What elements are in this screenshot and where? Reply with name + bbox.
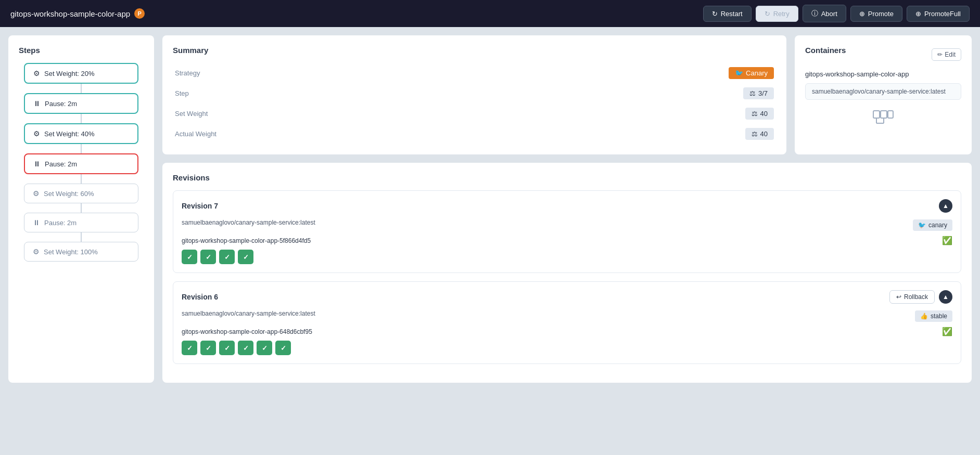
retry-icon: ↻ bbox=[765, 10, 770, 18]
set-weight-value-cell: ⚖ 40 bbox=[235, 103, 776, 124]
containers-app-name: gitops-workshop-sample-color-app bbox=[805, 70, 961, 78]
retry-label: Retry bbox=[773, 10, 790, 18]
summary-title: Summary bbox=[173, 46, 776, 55]
revision-6-card: Revision 6 ↩ Rollback ▲ samuelbaenaglovo… bbox=[173, 281, 961, 364]
restart-label: Restart bbox=[721, 10, 743, 18]
rollback-icon: ↩ bbox=[896, 293, 901, 301]
revision-6-checks: ✓ ✓ ✓ ✓ ✓ ✓ bbox=[182, 341, 952, 355]
check-badge-1: ✓ bbox=[200, 250, 216, 264]
revisions-panel: Revisions Revision 7 ▲ samuelbaenaglovo/… bbox=[162, 163, 972, 383]
revision-6-header: Revision 6 ↩ Rollback ▲ bbox=[182, 290, 952, 304]
restart-icon: ↻ bbox=[712, 10, 718, 18]
status-badge: P bbox=[134, 8, 145, 19]
revision-6-image: samuelbaenaglovo/canary-sample-service:l… bbox=[182, 310, 315, 317]
revision-6-stable-badge: 👍 stable bbox=[915, 310, 952, 322]
revision-6-commit: gitops-workshop-sample-color-app-648d6cb… bbox=[182, 328, 312, 335]
check-badge-2: ✓ bbox=[219, 250, 235, 264]
revision-7-check-success: ✅ bbox=[942, 236, 952, 245]
step-set-weight-60: ⚙ Set Weight: 60% bbox=[24, 184, 138, 203]
retry-button[interactable]: ↻ Retry bbox=[756, 6, 798, 22]
actual-weight-value-cell: ⚖ 40 bbox=[235, 124, 776, 144]
revision-6-actions: ↩ Rollback ▲ bbox=[889, 290, 952, 304]
abort-label: Abort bbox=[821, 10, 837, 18]
check-badge-6-3: ✓ bbox=[238, 341, 253, 355]
summary-row-set-weight: Set Weight ⚖ 40 bbox=[173, 103, 776, 124]
canary-badge: 🐦 Canary bbox=[729, 67, 774, 79]
step-icon-4: ⚙ bbox=[33, 189, 40, 198]
strategy-value-cell: 🐦 Canary bbox=[235, 63, 776, 83]
step-set-weight-100: ⚙ Set Weight: 100% bbox=[24, 242, 138, 262]
revision-7-chevron[interactable]: ▲ bbox=[939, 199, 952, 213]
containers-panel: Containers ✏ Edit gitops-workshop-sample… bbox=[795, 35, 972, 154]
step-label-3: Pause: 2m bbox=[45, 160, 77, 168]
revision-7-header: Revision 7 ▲ bbox=[182, 199, 952, 213]
right-content: Summary Strategy 🐦 Canary Step bbox=[162, 35, 972, 383]
containers-header: Containers ✏ Edit bbox=[805, 46, 961, 63]
step-icon-1: ⏸ bbox=[33, 99, 41, 108]
revision-6-check-success: ✅ bbox=[942, 327, 952, 336]
step-connector-4 bbox=[81, 203, 82, 213]
summary-table: Strategy 🐦 Canary Step ⚖ 3/7 bbox=[173, 63, 776, 144]
step-pause-2m-active: ⏸ Pause: 2m bbox=[24, 153, 138, 174]
check-badge-6-1: ✓ bbox=[200, 341, 216, 355]
check-badge-6-4: ✓ bbox=[257, 341, 272, 355]
svg-rect-1 bbox=[881, 111, 887, 118]
step-label-1: Pause: 2m bbox=[45, 100, 77, 108]
summary-panel: Summary Strategy 🐦 Canary Step bbox=[162, 35, 786, 154]
step-label-0: Set Weight: 20% bbox=[44, 70, 95, 77]
edit-icon: ✏ bbox=[937, 51, 943, 58]
main-content: Steps ⚙ Set Weight: 20% ⏸ Pause: 2m ⚙ Se… bbox=[0, 27, 980, 391]
set-weight-badge: ⚖ 40 bbox=[745, 108, 774, 120]
step-set-weight-20: ⚙ Set Weight: 20% bbox=[24, 63, 138, 84]
summary-row-actual-weight: Actual Weight ⚖ 40 bbox=[173, 124, 776, 144]
check-badge-6-0: ✓ bbox=[182, 341, 197, 355]
step-value-cell: ⚖ 3/7 bbox=[235, 83, 776, 103]
revision-6-commit-row: gitops-workshop-sample-color-app-648d6cb… bbox=[182, 327, 952, 336]
step-label-5: Pause: 2m bbox=[44, 219, 77, 227]
actual-weight-badge: ⚖ 40 bbox=[745, 128, 774, 140]
promote-full-button[interactable]: ⊕ PromoteFull bbox=[907, 6, 970, 22]
steps-panel: Steps ⚙ Set Weight: 20% ⏸ Pause: 2m ⚙ Se… bbox=[8, 35, 154, 383]
revision-6-chevron[interactable]: ▲ bbox=[939, 290, 952, 304]
revision-7-commit-row: gitops-workshop-sample-color-app-5f866d4… bbox=[182, 236, 952, 245]
step-label: Step bbox=[173, 83, 235, 103]
revision-7-title: Revision 7 bbox=[182, 202, 218, 210]
rollback-label: Rollback bbox=[904, 293, 928, 301]
top-row: Summary Strategy 🐦 Canary Step bbox=[162, 35, 972, 154]
abort-icon: ⓘ bbox=[811, 9, 818, 18]
steps-list: ⚙ Set Weight: 20% ⏸ Pause: 2m ⚙ Set Weig… bbox=[19, 63, 144, 262]
check-badge-6-5: ✓ bbox=[275, 341, 291, 355]
revision-7-commit: gitops-workshop-sample-color-app-5f866d4… bbox=[182, 237, 311, 244]
containers-icon bbox=[805, 110, 961, 128]
check-badge-0: ✓ bbox=[182, 250, 197, 264]
rollback-button[interactable]: ↩ Rollback bbox=[889, 290, 935, 304]
promote-full-icon: ⊕ bbox=[915, 10, 921, 18]
strategy-label: Strategy bbox=[173, 63, 235, 83]
header: gitops-workshop-sample-color-app P ↻ Res… bbox=[0, 0, 980, 27]
abort-button[interactable]: ⓘ Abort bbox=[803, 5, 846, 22]
step-label-4: Set Weight: 60% bbox=[44, 190, 94, 198]
restart-button[interactable]: ↻ Restart bbox=[703, 6, 752, 22]
revision-7-card: Revision 7 ▲ samuelbaenaglovo/canary-sam… bbox=[173, 190, 961, 273]
promote-icon: ⊕ bbox=[859, 10, 865, 18]
step-label-2: Set Weight: 40% bbox=[44, 130, 95, 138]
promote-button[interactable]: ⊕ Promote bbox=[850, 6, 902, 22]
step-icon-0: ⚙ bbox=[33, 69, 40, 77]
step-connector-1 bbox=[81, 114, 82, 123]
revision-6-title: Revision 6 bbox=[182, 293, 218, 301]
step-connector-5 bbox=[81, 232, 82, 242]
step-label-6: Set Weight: 100% bbox=[44, 248, 98, 256]
step-connector-2 bbox=[81, 144, 82, 153]
step-icon-5: ⏸ bbox=[33, 218, 40, 227]
step-set-weight-40: ⚙ Set Weight: 40% bbox=[24, 123, 138, 144]
steps-title: Steps bbox=[19, 46, 144, 55]
svg-rect-2 bbox=[888, 111, 893, 118]
set-weight-label: Set Weight bbox=[173, 103, 235, 124]
check-badge-3: ✓ bbox=[238, 250, 253, 264]
step-pause-2m-2: ⏸ Pause: 2m bbox=[24, 213, 138, 232]
edit-button[interactable]: ✏ Edit bbox=[932, 48, 961, 61]
summary-row-strategy: Strategy 🐦 Canary bbox=[173, 63, 776, 83]
promote-full-label: PromoteFull bbox=[924, 10, 961, 18]
step-connector-3 bbox=[81, 174, 82, 184]
step-icon-6: ⚙ bbox=[33, 248, 40, 256]
